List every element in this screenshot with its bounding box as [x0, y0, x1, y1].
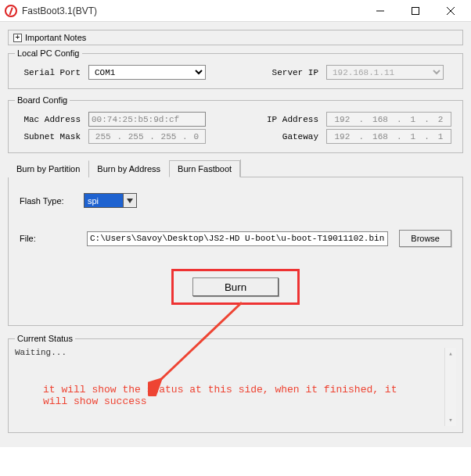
board-config-group: Board Config Mac Address IP Address 192.… — [8, 95, 463, 153]
mac-label: Mac Address — [15, 115, 81, 124]
file-input[interactable] — [87, 231, 388, 246]
burn-highlight-box: Burn — [171, 269, 300, 305]
browse-button[interactable]: Browse — [399, 230, 451, 247]
tab-burn-fastboot[interactable]: Burn Fastboot — [169, 160, 240, 177]
scroll-down-icon[interactable]: ▾ — [445, 414, 456, 426]
burn-button[interactable]: Burn — [192, 277, 279, 296]
serial-port-select[interactable]: COM1 — [88, 65, 206, 80]
important-notes-group[interactable]: + Important Notes — [8, 30, 463, 45]
important-notes-label: Important Notes — [25, 33, 86, 42]
board-config-legend: Board Config — [15, 95, 70, 105]
local-pc-config-group: Local PC Config Serial Port COM1 Server … — [8, 48, 463, 89]
svg-rect-1 — [412, 7, 419, 14]
tab-burn-by-address[interactable]: Burn by Address — [88, 160, 169, 177]
ip-address-label: IP Address — [253, 115, 318, 124]
close-button[interactable] — [433, 1, 468, 21]
serial-port-label: Serial Port — [15, 68, 81, 77]
scroll-up-icon[interactable]: ▴ — [445, 348, 456, 360]
tab-burn-by-partition[interactable]: Burn by Partition — [8, 160, 88, 177]
app-icon — [5, 5, 17, 17]
current-status-legend: Current Status — [15, 334, 75, 343]
server-ip-select[interactable]: 192.168.1.11 — [326, 65, 444, 80]
ip-address-input[interactable]: 192. 168. 1. 2 — [326, 112, 451, 127]
tab-content: Flash Type: spi File: Browse Burn — [8, 177, 463, 326]
status-scrollbar[interactable]: ▴ ▾ — [444, 348, 456, 426]
expand-icon[interactable]: + — [13, 34, 22, 42]
gateway-input[interactable]: 192. 168. 1. 1 — [326, 129, 451, 144]
flash-type-select[interactable]: spi — [84, 193, 137, 208]
server-ip-label: Server IP — [253, 68, 318, 77]
window-title: FastBoot3.1(BVT) — [22, 5, 362, 16]
mac-input[interactable] — [88, 112, 206, 127]
maximize-button[interactable] — [397, 1, 433, 21]
subnet-input[interactable]: 255. 255. 255. 0 — [88, 129, 206, 144]
annotation-text: it will show the status at this side, wh… — [43, 384, 403, 407]
minimize-button[interactable] — [362, 1, 397, 21]
subnet-label: Subnet Mask — [15, 132, 81, 141]
tab-bar: Burn by Partition Burn by Address Burn F… — [8, 159, 463, 177]
flash-type-label: Flash Type: — [20, 196, 76, 206]
svg-marker-4 — [127, 199, 133, 203]
gateway-label: Gateway — [253, 132, 318, 141]
titlebar: FastBoot3.1(BVT) — [0, 0, 471, 22]
current-status-group: Current Status Waiting... it will show t… — [8, 334, 463, 433]
file-label: File: — [20, 234, 76, 243]
status-text: Waiting... — [15, 348, 456, 357]
local-pc-config-legend: Local PC Config — [15, 48, 82, 58]
chevron-down-icon — [123, 194, 136, 207]
